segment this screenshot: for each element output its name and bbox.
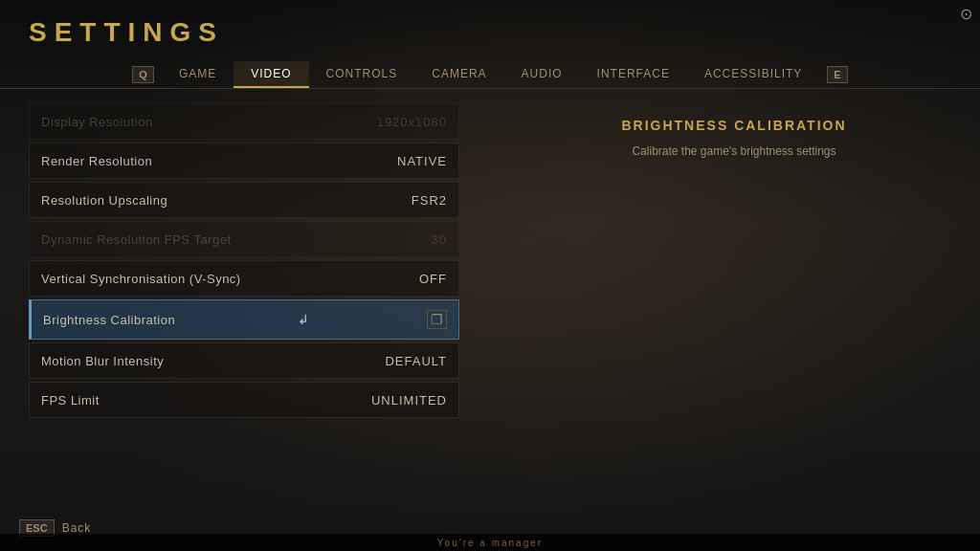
nav-key-right[interactable]: E bbox=[827, 66, 847, 83]
right-panel: BRIGHTNESS CALIBRATION Calibrate the gam… bbox=[488, 99, 980, 535]
header: SETTINGS bbox=[0, 0, 980, 48]
setting-label-render-resolution: Render Resolution bbox=[41, 154, 152, 168]
setting-value-resolution-upscaling: FSR2 bbox=[412, 193, 447, 208]
scroll-icon: ⊙ bbox=[960, 5, 972, 23]
main-layout: Display Resolution 1920x1080 Render Reso… bbox=[0, 99, 980, 535]
tab-controls[interactable]: CONTROLS bbox=[309, 61, 415, 88]
status-bar: You're a manager bbox=[0, 534, 980, 551]
setting-value-dynamic-fps: 30 bbox=[432, 232, 447, 247]
setting-label-resolution-upscaling: Resolution Upscaling bbox=[41, 193, 167, 208]
setting-row-dynamic-fps: Dynamic Resolution FPS Target 30 bbox=[29, 221, 459, 257]
status-text: You're a manager bbox=[437, 538, 543, 548]
setting-label-brightness-calibration: Brightness Calibration bbox=[43, 313, 175, 327]
tab-audio[interactable]: AUDIO bbox=[504, 61, 580, 88]
setting-row-brightness-calibration[interactable]: Brightness Calibration ↲ ❐ bbox=[29, 299, 459, 340]
scroll-indicator: ⊙ bbox=[963, 0, 969, 551]
panel-description: Calibrate the game's brightness settings bbox=[632, 143, 835, 160]
tab-game[interactable]: GAME bbox=[162, 61, 234, 88]
footer-back-label: Back bbox=[62, 521, 92, 535]
setting-value-display-resolution: 1920x1080 bbox=[377, 115, 447, 129]
setting-label-display-resolution: Display Resolution bbox=[41, 115, 153, 129]
nav-bar: Q GAME VIDEO CONTROLS CAMERA AUDIO INTER… bbox=[0, 61, 980, 89]
setting-row-vsync[interactable]: Vertical Synchronisation (V-Sync) OFF bbox=[29, 260, 459, 297]
setting-value-vsync: OFF bbox=[419, 272, 447, 286]
setting-label-motion-blur: Motion Blur Intensity bbox=[41, 354, 164, 368]
copy-icon[interactable]: ❐ bbox=[427, 310, 447, 329]
page-title: SETTINGS bbox=[29, 17, 951, 48]
setting-value-render-resolution: NATIVE bbox=[397, 154, 447, 168]
tab-video[interactable]: VIDEO bbox=[234, 61, 308, 88]
setting-label-dynamic-fps: Dynamic Resolution FPS Target bbox=[41, 232, 232, 247]
panel-title: BRIGHTNESS CALIBRATION bbox=[621, 118, 846, 133]
setting-row-display-resolution: Display Resolution 1920x1080 bbox=[29, 103, 459, 140]
setting-row-resolution-upscaling[interactable]: Resolution Upscaling FSR2 bbox=[29, 182, 459, 218]
setting-row-fps-limit[interactable]: FPS Limit UNLIMITED bbox=[29, 382, 459, 418]
nav-key-left[interactable]: Q bbox=[132, 66, 154, 83]
setting-label-fps-limit: FPS Limit bbox=[41, 393, 100, 408]
setting-row-render-resolution[interactable]: Render Resolution NATIVE bbox=[29, 143, 459, 179]
tab-camera[interactable]: CAMERA bbox=[414, 61, 503, 88]
setting-label-vsync: Vertical Synchronisation (V-Sync) bbox=[41, 272, 241, 286]
settings-panel: Display Resolution 1920x1080 Render Reso… bbox=[0, 99, 488, 535]
setting-row-motion-blur[interactable]: Motion Blur Intensity DEFAULT bbox=[29, 342, 459, 379]
tab-interface[interactable]: INTERFACE bbox=[580, 61, 687, 88]
setting-value-motion-blur: DEFAULT bbox=[385, 354, 447, 368]
cursor-indicator: ↲ bbox=[298, 312, 309, 327]
setting-value-fps-limit: UNLIMITED bbox=[371, 393, 447, 408]
tab-accessibility[interactable]: ACCESSIBILITY bbox=[687, 61, 819, 88]
